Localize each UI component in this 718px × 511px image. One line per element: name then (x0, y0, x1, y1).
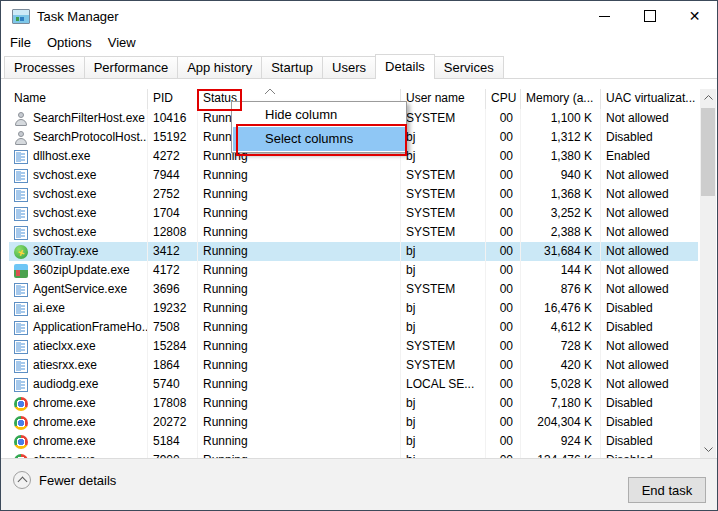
process-name-wrap: chrome.exe (14, 394, 142, 413)
context-menu: Hide columnSelect columns (231, 101, 407, 153)
table-row[interactable]: ApplicationFrameHo...7508Runningbj004,61… (9, 318, 698, 337)
menu-view[interactable]: View (108, 33, 145, 52)
column-header-memory[interactable]: Memory (a... (521, 89, 601, 109)
cell-name: ai.exe (9, 299, 148, 318)
cell-cpu: 00 (486, 185, 521, 204)
cell-uac: Not allowed (601, 356, 698, 375)
table-row[interactable]: atiesrxx.exe1864RunningSYSTEM00420 KNot … (9, 356, 698, 375)
column-header-pid[interactable]: PID (148, 89, 198, 109)
app-process-icon (14, 207, 28, 221)
tab-startup[interactable]: Startup (261, 56, 323, 78)
process-name-label: ApplicationFrameHo... (33, 318, 148, 337)
tab-users[interactable]: Users (322, 56, 376, 78)
footer-bar: Fewer details End task (1, 458, 717, 510)
cell-status: Running (198, 356, 401, 375)
tab-processes[interactable]: Processes (4, 56, 85, 78)
column-header-name[interactable]: Name (9, 89, 148, 109)
process-name-label: chrome.exe (33, 394, 96, 413)
cell-memory: 5,028 K (521, 375, 601, 394)
cell-cpu: 00 (486, 280, 521, 299)
table-row[interactable]: AgentService.exe3696RunningSYSTEM00876 K… (9, 280, 698, 299)
menu-options[interactable]: Options (47, 33, 101, 52)
cell-cpu: 00 (486, 413, 521, 432)
scroll-down-button[interactable] (700, 441, 716, 458)
cell-memory: 7,180 K (521, 394, 601, 413)
column-header-uac[interactable]: UAC virtualizat... (601, 89, 698, 109)
tab-performance[interactable]: Performance (84, 56, 178, 78)
cell-memory: 1,100 K (521, 109, 601, 128)
user-process-icon (14, 112, 28, 126)
cell-name: svchost.exe (9, 223, 148, 242)
cell-name: chrome.exe (9, 451, 148, 458)
tab-strip: ProcessesPerformanceApp historyStartupUs… (1, 52, 717, 79)
tab-services[interactable]: Services (434, 56, 504, 78)
tab-app-history[interactable]: App history (177, 56, 262, 78)
table-row[interactable]: chrome.exe20272Runningbj00204,304 KDisab… (9, 413, 698, 432)
app-process-icon (14, 359, 28, 373)
table-row[interactable]: svchost.exe7944RunningSYSTEM00940 KNot a… (9, 166, 698, 185)
table-row[interactable]: svchost.exe2752RunningSYSTEM001,368 KNot… (9, 185, 698, 204)
chevron-down-icon (704, 447, 713, 452)
table-row[interactable]: 360Tray.exe3412Runningbj0031,684 KNot al… (9, 242, 698, 261)
cell-uac: Not allowed (601, 204, 698, 223)
menu-item-hide-column[interactable]: Hide column (233, 103, 405, 127)
table-row[interactable]: svchost.exe12808RunningSYSTEM002,388 KNo… (9, 223, 698, 242)
process-name-label: ai.exe (33, 299, 65, 318)
cell-name: 360zipUpdate.exe (9, 261, 148, 280)
cell-name: SearchFilterHost.exe (9, 109, 148, 128)
cell-user: bj (401, 147, 486, 166)
table-row[interactable]: atieclxx.exe15284RunningSYSTEM00728 KNot… (9, 337, 698, 356)
table-row[interactable]: chrome.exe7900Runningbj00134,476 KDisabl… (9, 451, 698, 458)
scroll-up-button[interactable] (700, 89, 716, 106)
process-name-wrap: 360Tray.exe (14, 242, 142, 261)
table-row[interactable]: audiodg.exe5740RunningLOCAL SE...005,028… (9, 375, 698, 394)
cell-user: bj (401, 451, 486, 458)
cell-memory: 420 K (521, 356, 601, 375)
cell-user: SYSTEM (401, 166, 486, 185)
cell-cpu: 00 (486, 451, 521, 458)
cell-user: SYSTEM (401, 204, 486, 223)
app-process-icon (14, 302, 28, 316)
table-row[interactable]: ai.exe19232Runningbj0016,476 KDisabled (9, 299, 698, 318)
process-name-label: dllhost.exe (33, 147, 90, 166)
end-task-button[interactable]: End task (628, 477, 706, 503)
table-row[interactable]: chrome.exe17808Runningbj007,180 KDisable… (9, 394, 698, 413)
process-name-label: chrome.exe (33, 451, 96, 458)
menu-item-select-columns[interactable]: Select columns (233, 127, 405, 151)
user-process-icon (14, 131, 28, 145)
fewer-details-label: Fewer details (39, 473, 116, 488)
cell-status: Running (198, 375, 401, 394)
tab-details[interactable]: Details (375, 54, 435, 79)
cell-status: Running (198, 413, 401, 432)
close-button[interactable]: ✕ (672, 1, 717, 31)
column-header-user[interactable]: User name (401, 89, 486, 109)
menu-file[interactable]: File (10, 33, 40, 52)
cell-pid: 12808 (148, 223, 198, 242)
cell-memory: 1,380 K (521, 147, 601, 166)
table-row[interactable]: 360zipUpdate.exe4172Runningbj00144 KNot … (9, 261, 698, 280)
scrollbar-thumb[interactable] (701, 108, 715, 196)
process-name-label: svchost.exe (33, 204, 96, 223)
cell-uac: Not allowed (601, 166, 698, 185)
fewer-details-toggle[interactable]: Fewer details (13, 471, 116, 489)
cell-pid: 4272 (148, 147, 198, 166)
chrome-process-icon (14, 397, 28, 411)
cell-cpu: 00 (486, 318, 521, 337)
cell-name: chrome.exe (9, 413, 148, 432)
cell-status: Running (198, 204, 401, 223)
cell-user: bj (401, 413, 486, 432)
cell-memory: 204,304 K (521, 413, 601, 432)
cell-name: SearchProtocolHost.... (9, 128, 148, 147)
cell-name: atiesrxx.exe (9, 356, 148, 375)
table-row[interactable]: svchost.exe1704RunningSYSTEM003,252 KNot… (9, 204, 698, 223)
process-name-label: SearchFilterHost.exe (33, 109, 145, 128)
vertical-scrollbar[interactable] (700, 89, 716, 458)
column-header-cpu[interactable]: CPU (486, 89, 521, 109)
cell-uac: Not allowed (601, 280, 698, 299)
sort-ascending-icon (264, 88, 276, 95)
table-row[interactable]: chrome.exe5184Runningbj00924 KDisabled (9, 432, 698, 451)
minimize-button[interactable] (582, 1, 627, 31)
process-name-wrap: AgentService.exe (14, 280, 142, 299)
cell-pid: 1704 (148, 204, 198, 223)
maximize-button[interactable] (627, 1, 672, 31)
